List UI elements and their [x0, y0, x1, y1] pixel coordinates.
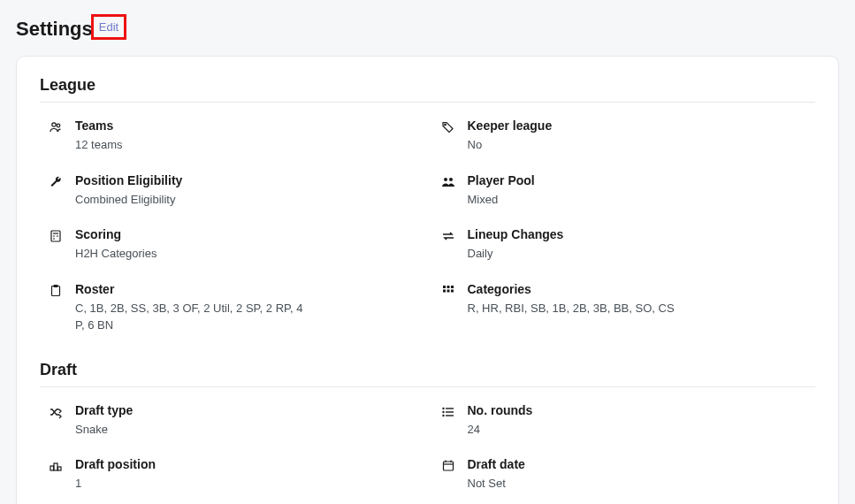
league-section: League Teams 12 teams: [40, 76, 815, 334]
shuffle-icon: [49, 405, 63, 419]
svg-point-22: [443, 411, 444, 412]
setting-draft-date: Draft date Not Set: [441, 457, 807, 493]
setting-value: 1: [75, 475, 305, 493]
setting-label: Categories: [468, 282, 807, 296]
setting-value: No: [468, 136, 698, 154]
svg-point-0: [52, 123, 56, 126]
svg-rect-25: [54, 463, 57, 470]
setting-label: No. rounds: [468, 403, 807, 417]
setting-label: Lineup Changes: [468, 227, 807, 241]
setting-label: Roster: [75, 282, 415, 296]
page-title: Settings: [16, 18, 93, 41]
setting-label: Draft position: [75, 457, 415, 471]
svg-rect-26: [58, 467, 62, 470]
svg-rect-10: [52, 286, 60, 295]
svg-point-2: [444, 124, 446, 126]
swap-icon: [441, 229, 455, 243]
svg-rect-13: [447, 286, 449, 288]
svg-rect-24: [50, 466, 54, 470]
setting-value: Combined Eligibility: [75, 191, 305, 209]
settings-card: League Teams 12 teams: [16, 56, 839, 504]
svg-rect-5: [51, 231, 60, 241]
setting-rounds: No. rounds 24: [441, 403, 807, 439]
setting-value: Daily: [468, 245, 698, 263]
svg-rect-12: [443, 286, 446, 288]
setting-categories: Categories R, HR, RBI, SB, 1B, 2B, 3B, B…: [441, 282, 807, 334]
wrench-icon: [49, 175, 63, 189]
setting-value: H2H Categories: [75, 245, 305, 263]
calendar-icon: [441, 459, 455, 473]
setting-draft-type: Draft type Snake: [49, 403, 415, 439]
svg-point-23: [443, 415, 444, 416]
svg-point-1: [57, 124, 60, 127]
list-icon: [441, 405, 455, 419]
setting-teams: Teams 12 teams: [49, 118, 415, 154]
setting-value: Snake: [75, 421, 305, 439]
setting-value: R, HR, RBI, SB, 1B, 2B, 3B, BB, SO, CS: [468, 300, 698, 317]
setting-value: Not Set: [468, 475, 698, 493]
league-section-title: League: [40, 76, 815, 103]
setting-keeper: Keeper league No: [441, 118, 807, 154]
draft-section: Draft Draft type Snake: [40, 361, 815, 493]
setting-roster: Roster C, 1B, 2B, SS, 3B, 3 OF, 2 Util, …: [49, 282, 415, 334]
setting-label: Keeper league: [468, 118, 807, 133]
draft-section-title: Draft: [40, 361, 815, 387]
setting-value: 24: [468, 421, 698, 439]
svg-point-21: [443, 408, 444, 409]
calculator-icon: [49, 229, 63, 243]
podium-icon: [49, 459, 63, 473]
svg-rect-14: [451, 286, 454, 288]
edit-button[interactable]: Edit: [91, 14, 126, 40]
setting-scoring: Scoring H2H Categories: [49, 227, 415, 263]
setting-eligibility: Position Eligibility Combined Eligibilit…: [49, 173, 415, 209]
setting-lineup: Lineup Changes Daily: [441, 227, 807, 263]
svg-rect-15: [443, 289, 446, 292]
svg-point-4: [449, 178, 453, 181]
grid-icon: [441, 284, 455, 298]
setting-label: Position Eligibility: [75, 173, 415, 187]
setting-label: Teams: [75, 118, 415, 133]
people-icon: [441, 175, 455, 189]
setting-draft-position: Draft position 1: [49, 457, 415, 493]
users-icon: [49, 120, 63, 134]
setting-pool: Player Pool Mixed: [441, 173, 807, 209]
setting-label: Scoring: [75, 227, 415, 241]
tag-icon: [441, 120, 455, 134]
setting-value: 12 teams: [75, 136, 305, 154]
svg-rect-16: [447, 289, 449, 292]
setting-label: Player Pool: [468, 173, 807, 187]
clipboard-icon: [49, 284, 63, 298]
setting-label: Draft date: [468, 457, 807, 471]
svg-rect-27: [443, 462, 453, 470]
svg-rect-17: [451, 289, 454, 292]
setting-value: C, 1B, 2B, SS, 3B, 3 OF, 2 Util, 2 SP, 2…: [75, 300, 305, 334]
svg-point-3: [444, 178, 447, 181]
setting-label: Draft type: [75, 403, 415, 417]
setting-value: Mixed: [468, 191, 698, 209]
